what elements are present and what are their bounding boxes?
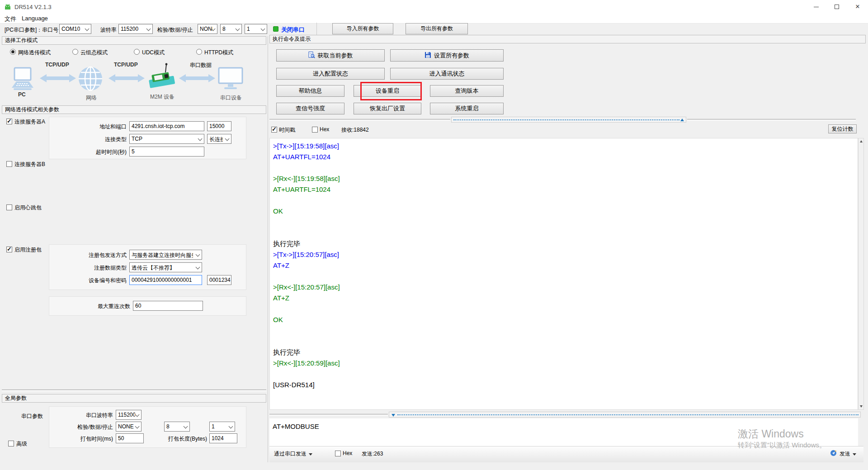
font-size-trackbar[interactable] <box>451 117 686 123</box>
chevron-down-icon <box>261 27 265 31</box>
g-baud-label: 串口波特率 <box>68 412 113 419</box>
pack-time-input[interactable]: 50 <box>116 433 144 443</box>
reg-send-mode-select[interactable]: 与服务器建立连接时向服务 <box>129 250 202 260</box>
device-id-input[interactable]: 00004291000000000001 <box>129 275 202 285</box>
radio-cloud-label[interactable]: 云组态模式 <box>80 49 108 57</box>
serial-params-label: 串口参数 <box>21 413 43 420</box>
factory-reset-button[interactable]: 恢复出厂设置 <box>354 103 421 114</box>
log-line: OK <box>273 316 858 327</box>
pack-len-input[interactable]: 1024 <box>209 433 237 443</box>
g-parity-select[interactable]: NONE <box>116 422 142 432</box>
parity-select[interactable]: NONE <box>198 24 217 34</box>
chevron-down-icon <box>135 413 140 417</box>
set-all-params-button[interactable]: 设置所有参数 <box>390 49 504 62</box>
help-info-button[interactable]: 帮助信息 <box>276 85 344 97</box>
close-button[interactable]: ✕ <box>847 0 868 14</box>
radio-httpd-label[interactable]: HTTPD模式 <box>204 49 233 57</box>
device-id-pwd-label: 设备编号和密码 <box>72 277 127 285</box>
toolbar-separator <box>316 23 317 35</box>
conn-keep-select[interactable]: 长连接 <box>207 134 231 144</box>
send-icon <box>830 450 837 458</box>
radio-net-transparent-mode[interactable] <box>10 49 16 55</box>
regpack-checkbox[interactable] <box>6 247 12 252</box>
log-scrollbar[interactable] <box>858 138 864 410</box>
log-line: AT+UARTFL=1024 <box>273 153 858 164</box>
splitter-line <box>269 414 388 416</box>
chevron-down-icon <box>196 252 200 257</box>
server-b-checkbox[interactable] <box>6 161 12 167</box>
recv-hex-checkbox[interactable] <box>312 127 318 133</box>
serial-device-monitor-icon <box>218 67 243 92</box>
get-current-params-button[interactable]: 获取当前参数 <box>276 49 385 62</box>
g-line-label: 检验/数据/停止 <box>68 423 113 431</box>
pack-len-label: 打包长度(Bytes) <box>154 435 207 443</box>
maximize-button[interactable] <box>826 0 847 14</box>
chevron-down-icon <box>135 424 140 429</box>
diagram-link-serialdata-label: 串口数据 <box>190 62 212 69</box>
radio-cloud-mode[interactable] <box>72 49 78 55</box>
red-annotation-box <box>360 82 422 100</box>
server-port-input[interactable]: 15000 <box>207 121 231 131</box>
timestamp-checkbox[interactable] <box>271 127 277 133</box>
g-stopbits-select[interactable]: 1 <box>209 422 235 432</box>
scroll-up-icon[interactable] <box>860 140 863 142</box>
stopbits-select[interactable]: 1 <box>245 24 267 34</box>
trackbar-thumb-icon[interactable] <box>392 414 395 417</box>
diagram-node-m2m-label: M2M 设备 <box>150 93 175 101</box>
windows-activation-hint: 转到“设置”以激活 Windows。 <box>738 441 826 450</box>
reg-data-type-select[interactable]: 透传云【不推荐】 <box>129 262 202 272</box>
device-password-input[interactable]: 0001234 <box>207 275 231 285</box>
scroll-down-icon[interactable] <box>860 405 863 408</box>
baud-select[interactable]: 115200 <box>118 24 153 34</box>
menu-language[interactable]: Language <box>22 15 48 22</box>
menu-file[interactable]: 文件 <box>5 15 16 23</box>
g-baud-select[interactable]: 115200 <box>116 410 142 420</box>
send-via-serial-button[interactable]: 通过串口发送 <box>274 450 312 458</box>
heartbeat-checkbox[interactable] <box>6 204 12 210</box>
query-version-button[interactable]: 查询版本 <box>430 85 504 97</box>
server-a-label: 连接服务器A <box>14 118 45 126</box>
log-line: AT+Z <box>273 294 858 305</box>
log-line <box>273 196 858 207</box>
system-restart-button[interactable]: 系统重启 <box>430 103 504 114</box>
radio-udc-mode[interactable] <box>134 49 140 55</box>
radio-net-transparent-label[interactable]: 网络透传模式 <box>18 49 51 57</box>
com-port-select[interactable]: COM10 <box>59 24 91 34</box>
advanced-checkbox[interactable] <box>8 441 14 446</box>
log-line: 执行完毕 <box>273 240 858 251</box>
search-doc-icon <box>308 52 315 60</box>
log-line: [USR-DR514] <box>273 381 858 392</box>
g-databits-select[interactable]: 8 <box>164 422 190 432</box>
m2m-device-icon <box>147 62 177 92</box>
databits-select[interactable]: 8 <box>220 24 242 34</box>
minimize-button[interactable] <box>806 0 826 14</box>
splitter-line <box>687 119 856 121</box>
send-button[interactable]: 发送 <box>840 450 856 458</box>
server-a-checkbox[interactable] <box>6 119 12 124</box>
diagram-link-tcpudp1-label: TCP/UDP <box>45 62 69 68</box>
timeout-input[interactable]: 5 <box>129 147 204 157</box>
recv-count: 接收:18842 <box>341 126 369 134</box>
import-params-button[interactable]: 导入所有参数 <box>332 23 393 34</box>
close-port-button[interactable]: 关闭串口 <box>281 26 305 34</box>
export-params-button[interactable]: 导出所有参数 <box>406 23 468 34</box>
query-signal-button[interactable]: 查信号强度 <box>276 103 344 114</box>
port-open-indicator-icon <box>273 26 278 32</box>
splitter-line <box>269 119 450 121</box>
server-address-input[interactable]: 4291.cnsh.iot-tcp.com <box>129 121 204 131</box>
send-font-trackbar[interactable] <box>389 412 861 418</box>
trackbar-thumb-icon[interactable] <box>680 119 684 121</box>
log-output[interactable]: >[Tx->][15:19:58][asc] AT+UARTFL=1024 >[… <box>269 138 858 410</box>
radio-udc-label[interactable]: UDC模式 <box>142 49 165 57</box>
diagram-node-serial-label: 串口设备 <box>220 94 242 102</box>
radio-httpd-mode[interactable] <box>196 49 202 55</box>
reset-counter-button[interactable]: 复位计数 <box>828 124 857 133</box>
sent-count: 发送:263 <box>362 450 383 458</box>
diagram-node-net-label: 网络 <box>86 94 97 102</box>
arrow-bidirectional-icon <box>40 73 76 85</box>
conn-type-select[interactable]: TCP <box>129 134 204 144</box>
reconnect-input[interactable]: 60 <box>133 301 203 311</box>
send-hex-checkbox[interactable] <box>335 451 341 456</box>
enter-config-state-button[interactable]: 进入配置状态 <box>276 68 385 80</box>
enter-comm-state-button[interactable]: 进入通讯状态 <box>390 68 504 80</box>
